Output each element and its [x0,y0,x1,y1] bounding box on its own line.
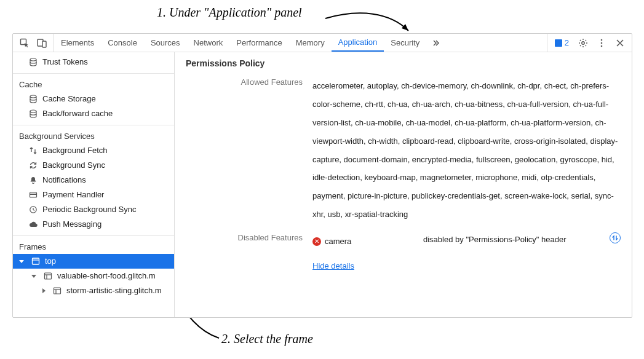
disclosure-triangle-icon [42,288,46,293]
disabled-feature-entry: ✕ camera disabled by "Permissions-Policy… [312,232,621,251]
annotation-step-2: 2. Select the frame [221,332,313,346]
devtools-toolbar: Elements Console Sources Network Perform… [13,34,632,52]
sidebar-item-bf-cache[interactable]: Back/forward cache [13,106,174,121]
tab-sources[interactable]: Sources [144,34,187,52]
sidebar-item-cache-storage[interactable]: Cache Storage [13,92,174,106]
reveal-header-button[interactable] [610,232,621,243]
tab-performance[interactable]: Performance [229,34,288,52]
disclosure-triangle-icon [19,260,24,263]
svg-point-5 [601,42,603,44]
devtools-tabs: Elements Console Sources Network Perform… [54,34,547,52]
disabled-features-label: Disabled Features [186,232,303,275]
disabled-features-row: Disabled Features ✕ camera disabled by "… [186,232,621,275]
sidebar-item-label: Back/forward cache [42,108,113,120]
allowed-features-value: accelerometer, autoplay, ch-device-memor… [312,77,621,224]
sidebar-section-top: Trust Tokens [13,52,174,74]
transfer-icon [29,146,38,155]
tab-memory[interactable]: Memory [289,34,332,52]
close-icon [616,39,624,47]
chevron-double-right-icon [432,39,440,47]
disclosure-triangle-icon [31,275,36,278]
sidebar-item-label: Payment Handler [42,189,104,201]
sidebar-title-frames: Frames [13,239,174,254]
svg-point-7 [30,58,36,61]
settings-button[interactable] [575,35,591,51]
database-icon [29,58,38,66]
sidebar-item-periodic-bg-sync[interactable]: Periodic Background Sync [13,202,174,217]
toolbar-right-group: 2 [547,34,632,52]
tab-console[interactable]: Console [101,34,144,52]
sidebar-item-label: Periodic Background Sync [42,203,136,216]
sidebar-section-frames: Frames top valuable-short-food.glitch.m … [13,236,174,302]
frame-name: top [45,255,56,267]
frame-details-panel: Permissions Policy Allowed Features acce… [175,52,632,317]
issues-count: 2 [565,38,569,47]
window-icon [31,257,40,266]
frame-row-child-1[interactable]: valuable-short-food.glitch.m [13,269,174,283]
sync-icon [29,161,38,170]
svg-rect-2 [42,41,46,47]
sidebar-section-cache: Cache Cache Storage Back/forward cache [13,74,174,125]
device-icon [37,38,47,48]
clock-icon [29,205,38,214]
annotation-step-1: 1. Under "Application" panel [157,6,302,20]
svg-rect-13 [33,258,39,264]
svg-rect-11 [30,194,37,195]
kebab-menu-button[interactable] [594,35,610,51]
application-sidebar: Trust Tokens Cache Cache Storage Back/fo… [13,52,175,317]
frame-name: valuable-short-food.glitch.m [57,270,156,282]
sidebar-item-bg-sync[interactable]: Background Sync [13,158,174,173]
disabled-feature-cell: ✕ camera [312,232,411,251]
sidebar-item-push-messaging[interactable]: Push Messaging [13,217,174,232]
tab-security[interactable]: Security [384,34,426,52]
sidebar-item-trust-tokens[interactable]: Trust Tokens [13,55,174,69]
section-heading: Permissions Policy [186,58,621,68]
issues-indicator[interactable]: 2 [551,38,573,47]
svg-point-6 [601,45,603,47]
frame-row-top[interactable]: top [13,254,174,269]
sidebar-item-label: Trust Tokens [42,56,88,68]
disabled-feature-name: camera [325,232,351,251]
bell-icon [29,176,38,184]
sidebar-item-label: Background Sync [42,159,105,172]
issues-icon [555,39,562,47]
allowed-features-label: Allowed Features [186,77,303,224]
swap-icon [611,234,619,242]
devtools-window: Elements Console Sources Network Perform… [12,33,632,318]
database-icon [29,109,38,118]
sidebar-item-notifications[interactable]: Notifications [13,173,174,187]
cloud-icon [29,220,38,229]
svg-point-9 [30,110,36,112]
tab-network[interactable]: Network [187,34,230,52]
error-icon: ✕ [312,237,321,246]
credit-card-icon [29,191,38,199]
svg-rect-15 [45,273,52,279]
frame-name: storm-artistic-sting.glitch.m [66,285,162,297]
sidebar-item-label: Cache Storage [42,93,96,105]
svg-point-4 [601,39,603,41]
sidebar-title-cache: Cache [13,76,174,92]
devtools-main: Trust Tokens Cache Cache Storage Back/fo… [13,52,632,317]
svg-point-8 [30,95,36,98]
disabled-reason-cell: disabled by "Permissions-Policy" header [423,232,621,248]
tab-elements[interactable]: Elements [54,34,101,52]
tab-application[interactable]: Application [332,34,384,52]
sidebar-title-bg-services: Background Services [13,128,174,143]
sidebar-item-label: Notifications [42,174,86,186]
disabled-reason-text: disabled by "Permissions-Policy" header [423,232,566,248]
sidebar-item-payment-handler[interactable]: Payment Handler [13,187,174,202]
inspect-element-button[interactable] [17,35,33,51]
database-icon [29,95,38,103]
sidebar-section-bg-services: Background Services Background Fetch Bac… [13,125,174,236]
frame-row-child-2[interactable]: storm-artistic-sting.glitch.m [13,283,174,298]
close-devtools-button[interactable] [612,35,628,51]
hide-details-link[interactable]: Hide details [312,261,354,270]
kebab-icon [597,38,606,48]
device-toolbar-button[interactable] [34,35,50,51]
iframe-icon [53,286,62,295]
toolbar-left-group [13,34,54,52]
sidebar-item-label: Push Messaging [42,218,101,231]
gear-icon [578,38,588,48]
sidebar-item-bg-fetch[interactable]: Background Fetch [13,143,174,158]
more-tabs-button[interactable] [426,34,446,52]
